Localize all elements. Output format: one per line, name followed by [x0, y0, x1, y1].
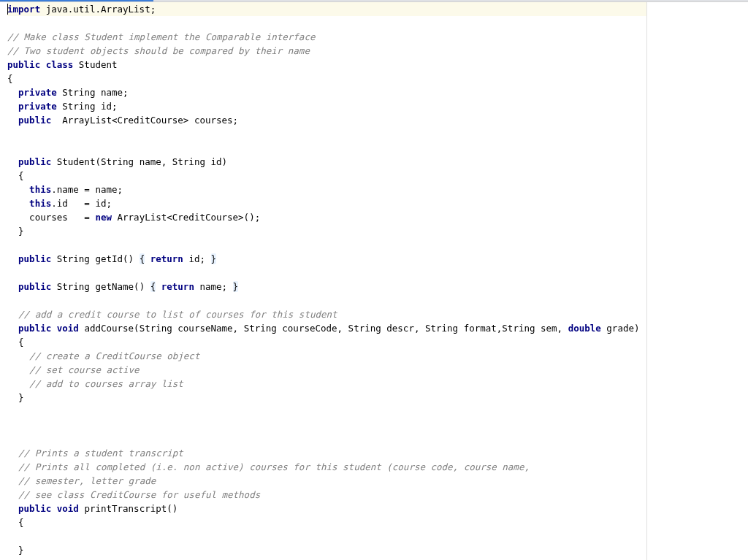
- text-cursor: [7, 4, 8, 15]
- indent: [7, 461, 18, 472]
- editor-container: import java.util.ArrayList; // Make clas…: [0, 2, 748, 560]
- keyword: private: [18, 87, 57, 98]
- comment: // Two student objects should be compare…: [7, 45, 310, 56]
- keyword: public: [18, 253, 51, 264]
- comment: // Make class Student implement the Comp…: [7, 31, 315, 42]
- code-text: name;: [194, 281, 233, 292]
- keyword: double: [568, 323, 601, 334]
- indent: [7, 378, 29, 389]
- brace: {: [7, 73, 13, 84]
- indent: [7, 448, 18, 459]
- keyword: public: [18, 115, 51, 126]
- indent: [7, 281, 18, 292]
- keyword: public: [18, 281, 51, 292]
- brace: {: [7, 170, 24, 181]
- indent: [7, 115, 18, 126]
- keyword: private: [18, 101, 57, 112]
- keyword: this: [29, 198, 51, 209]
- keyword: new: [95, 212, 112, 223]
- brace: }: [7, 392, 24, 403]
- brace: {: [7, 337, 24, 348]
- keyword: return: [161, 281, 194, 292]
- code-text: [156, 281, 161, 292]
- code-editor[interactable]: import java.util.ArrayList; // Make clas…: [6, 2, 646, 560]
- comment: // semester, letter grade: [18, 475, 156, 486]
- comment: // create a CreditCourse object: [29, 350, 199, 361]
- code-text: grade): [601, 323, 640, 334]
- keyword: this: [29, 184, 51, 195]
- keyword: public class: [7, 59, 73, 70]
- comment: // see class CreditCourse for useful met…: [18, 489, 260, 500]
- brace: }: [7, 226, 24, 237]
- indent: [7, 364, 29, 375]
- comment: // Prints a student transcript: [18, 448, 183, 459]
- comment: // add to courses array list: [29, 378, 183, 389]
- keyword-import: import: [7, 4, 40, 15]
- indent: [7, 503, 18, 514]
- comment: // set course active: [29, 364, 140, 375]
- code-text: String getName(): [51, 281, 150, 292]
- code-text: .name = name;: [51, 184, 123, 195]
- code-text: [145, 253, 150, 264]
- indent: [7, 323, 18, 334]
- indent: [7, 101, 18, 112]
- code-text: printTranscript(): [79, 503, 178, 514]
- indent: [7, 309, 18, 320]
- gutter: [0, 2, 6, 560]
- brace: }: [7, 545, 24, 556]
- brace-match: }: [233, 281, 239, 292]
- indent: [7, 156, 18, 167]
- brace: {: [7, 517, 24, 528]
- indent: [7, 184, 29, 195]
- code-text: Student: [73, 59, 117, 70]
- indent: [7, 253, 18, 264]
- code-text: ArrayList<CreditCourse>();: [112, 212, 260, 223]
- code-text: String name;: [57, 87, 129, 98]
- code-text: ArrayList<CreditCourse> courses;: [51, 115, 238, 126]
- right-pane: [647, 2, 748, 560]
- comment: // Prints all completed (i.e. non active…: [18, 461, 530, 472]
- code-text: .id = id;: [51, 198, 112, 209]
- indent: [7, 489, 18, 500]
- code-text: Student(String name, String id): [51, 156, 227, 167]
- comment: // add a credit course to list of course…: [18, 309, 337, 320]
- keyword: public void: [18, 503, 79, 514]
- brace-match: }: [211, 253, 217, 264]
- keyword: public void: [18, 323, 79, 334]
- keyword: return: [150, 253, 183, 264]
- indent: [7, 198, 29, 209]
- keyword: public: [18, 156, 51, 167]
- code-text: String getId(): [51, 253, 139, 264]
- indent: [7, 475, 18, 486]
- indent: [7, 87, 18, 98]
- code-text: String id;: [57, 101, 118, 112]
- code-text: id;: [183, 253, 211, 264]
- indent: [7, 350, 29, 361]
- code-text: java.util.ArrayList;: [40, 4, 156, 15]
- code-text: addCourse(String courseName, String cour…: [79, 323, 568, 334]
- source-code[interactable]: import java.util.ArrayList; // Make clas…: [7, 2, 646, 557]
- code-text: courses =: [7, 212, 95, 223]
